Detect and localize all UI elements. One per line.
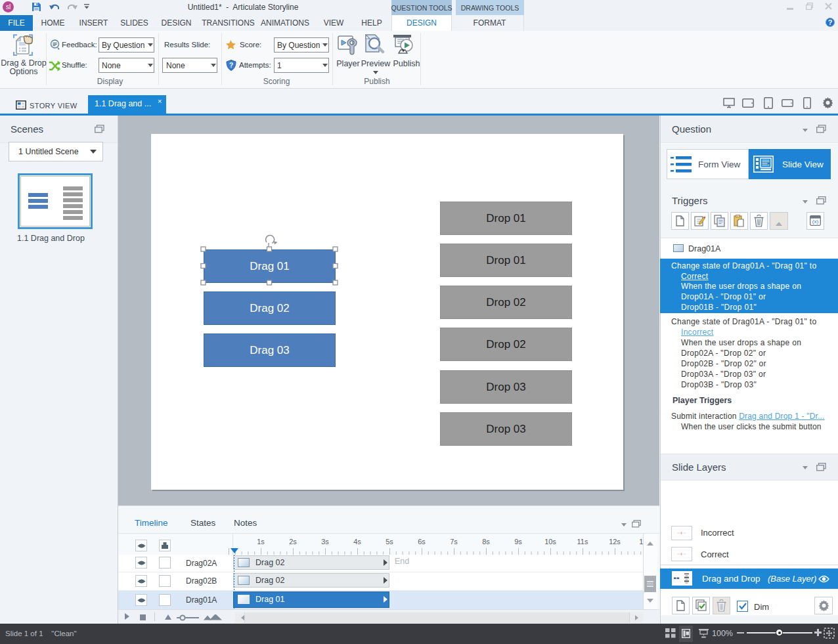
svg-text:2s: 2s bbox=[289, 538, 297, 546]
svg-text:9s: 9s bbox=[514, 538, 522, 546]
svg-text:5s: 5s bbox=[386, 538, 393, 546]
svg-text:10s: 10s bbox=[544, 538, 556, 546]
svg-text:3s: 3s bbox=[321, 538, 329, 546]
svg-text:(x): (x) bbox=[812, 219, 819, 225]
svg-text:7s: 7s bbox=[450, 538, 458, 546]
svg-text:6s: 6s bbox=[418, 538, 426, 546]
svg-text:1s: 1s bbox=[257, 538, 265, 546]
svg-text:4s: 4s bbox=[353, 538, 361, 546]
svg-text:12s: 12s bbox=[609, 538, 621, 546]
svg-text:8s: 8s bbox=[482, 538, 490, 546]
svg-text:11s: 11s bbox=[577, 538, 588, 546]
svg-text:?: ? bbox=[229, 62, 233, 69]
